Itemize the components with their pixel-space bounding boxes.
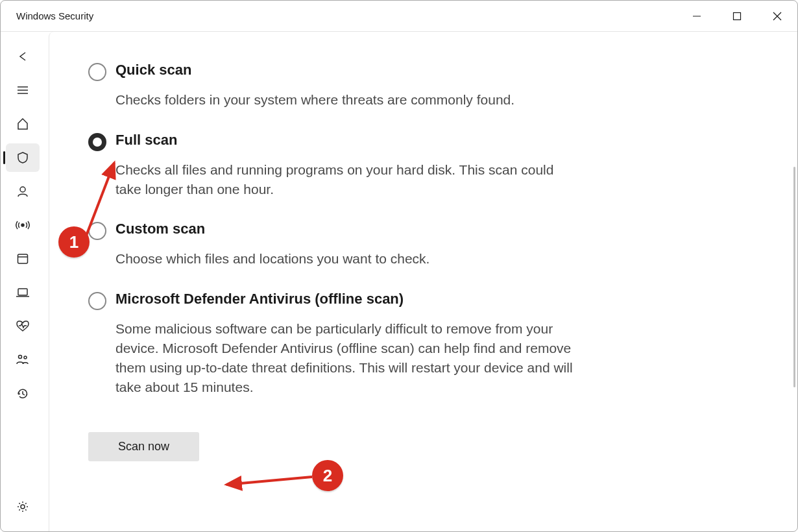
nav-family-options[interactable] <box>6 346 40 374</box>
scan-now-button[interactable]: Scan now <box>88 432 199 461</box>
maximize-button[interactable] <box>717 1 757 31</box>
content-area: Quick scan Checks folders in your system… <box>49 32 797 531</box>
window-title: Windows Security <box>16 10 93 21</box>
nav-device-security[interactable] <box>6 278 40 307</box>
svg-point-7 <box>20 187 25 192</box>
full-scan-title: Full scan <box>115 132 581 149</box>
minimize-icon <box>692 12 701 21</box>
nav-protection-history[interactable] <box>6 380 40 408</box>
nav-device-performance[interactable] <box>6 312 40 341</box>
nav-home[interactable] <box>6 110 40 138</box>
annotation-badge-1: 1 <box>58 226 90 258</box>
annotation-badge-2: 2 <box>312 460 343 491</box>
gear-icon <box>16 500 29 513</box>
home-icon <box>16 117 29 130</box>
settings-button[interactable] <box>6 492 40 521</box>
full-scan-desc: Checks all files and running programs on… <box>115 160 581 199</box>
minimize-button[interactable] <box>677 1 717 31</box>
window-controls <box>677 1 797 31</box>
svg-rect-1 <box>734 12 741 19</box>
svg-rect-9 <box>18 254 28 263</box>
nav-firewall[interactable] <box>6 211 40 239</box>
maximize-icon <box>732 12 742 21</box>
laptop-icon <box>16 286 30 299</box>
full-scan-option: Full scan Checks all files and running p… <box>88 132 581 199</box>
app-window-icon <box>16 252 29 265</box>
shield-icon <box>16 151 29 164</box>
titlebar: Windows Security <box>1 1 797 32</box>
hamburger-icon <box>16 84 29 97</box>
back-arrow-icon <box>16 50 29 63</box>
nav-virus-protection[interactable] <box>6 143 40 172</box>
antenna-icon <box>16 219 30 232</box>
heart-pulse-icon <box>16 320 30 333</box>
svg-point-15 <box>21 505 25 509</box>
svg-point-8 <box>21 224 24 226</box>
nav-account-protection[interactable] <box>6 177 40 206</box>
svg-rect-11 <box>18 289 27 295</box>
custom-scan-title: Custom scan <box>115 221 581 237</box>
svg-line-17 <box>226 477 312 485</box>
quick-scan-title: Quick scan <box>115 62 581 79</box>
nav-app-browser[interactable] <box>6 245 40 273</box>
annotation-arrow-2 <box>221 472 319 491</box>
offline-scan-option: Microsoft Defender Antivirus (offline sc… <box>88 291 581 396</box>
custom-scan-desc: Choose which files and locations you wan… <box>115 249 581 269</box>
close-icon <box>773 12 782 21</box>
full-scan-radio[interactable] <box>88 133 106 151</box>
family-icon <box>16 354 30 367</box>
scrollbar-thumb[interactable] <box>793 167 795 387</box>
scan-options-list: Quick scan Checks folders in your system… <box>88 62 581 397</box>
offline-scan-desc: Some malicious software can be particula… <box>115 319 581 396</box>
sidebar <box>1 32 49 531</box>
offline-scan-title: Microsoft Defender Antivirus (offline sc… <box>115 291 581 308</box>
quick-scan-radio[interactable] <box>88 63 106 81</box>
nav-menu-button[interactable] <box>6 76 40 104</box>
quick-scan-option: Quick scan Checks folders in your system… <box>88 62 581 110</box>
svg-point-14 <box>24 356 27 359</box>
quick-scan-desc: Checks folders in your system where thre… <box>115 90 581 110</box>
history-icon <box>16 387 29 400</box>
custom-scan-option: Custom scan Choose which files and locat… <box>88 221 581 269</box>
annotation-arrow-1 <box>79 156 124 241</box>
svg-line-16 <box>86 163 114 236</box>
back-button[interactable] <box>6 42 40 71</box>
svg-point-13 <box>19 356 22 359</box>
offline-scan-radio[interactable] <box>88 292 106 310</box>
close-button[interactable] <box>757 1 797 31</box>
person-icon <box>16 185 29 198</box>
